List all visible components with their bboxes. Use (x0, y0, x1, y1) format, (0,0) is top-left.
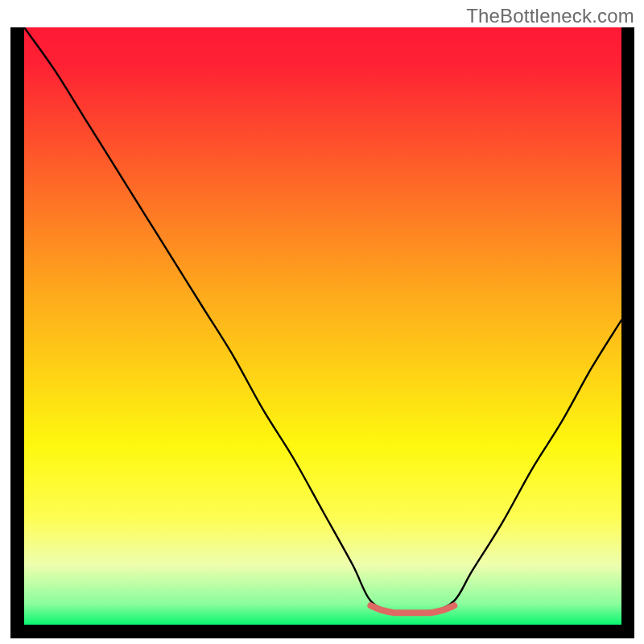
chart-background-gradient (24, 27, 621, 625)
bottleneck-chart (0, 0, 644, 644)
watermark-label: TheBottleneck.com (466, 5, 634, 27)
chart-container: TheBottleneck.com (0, 0, 644, 644)
